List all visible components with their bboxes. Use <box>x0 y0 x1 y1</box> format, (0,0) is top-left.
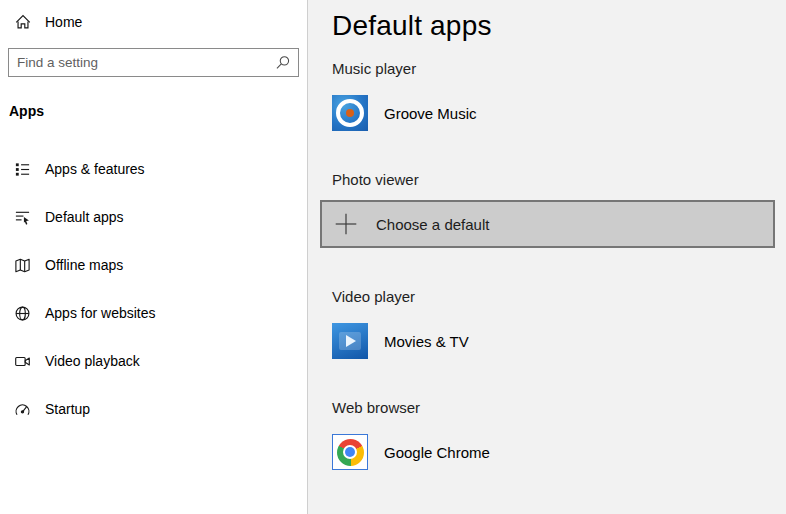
video-playback-icon <box>14 353 31 370</box>
apps-for-websites-icon <box>14 305 31 322</box>
startup-icon <box>14 401 31 418</box>
settings-window: Home Apps <box>0 0 786 514</box>
sidebar-item-label: Startup <box>45 401 90 417</box>
search-box[interactable] <box>8 48 299 77</box>
page-title: Default apps <box>332 10 774 42</box>
groove-music-icon <box>332 95 368 131</box>
sidebar-item-startup[interactable]: Startup <box>0 385 307 433</box>
search-input[interactable] <box>9 49 275 76</box>
app-name: Google Chrome <box>384 444 490 461</box>
category-label: Music player <box>332 60 774 77</box>
default-apps-page: Default apps Music player Groove Music P… <box>308 0 786 514</box>
sidebar-item-home[interactable]: Home <box>0 0 307 41</box>
sidebar-item-video-playback[interactable]: Video playback <box>0 337 307 385</box>
chrome-icon <box>332 434 368 470</box>
sidebar-item-label: Apps for websites <box>45 305 156 321</box>
sidebar-item-apps-features[interactable]: Apps & features <box>0 145 307 193</box>
default-app-web-browser[interactable]: Google Chrome <box>332 434 500 470</box>
sidebar-item-label: Apps & features <box>45 161 145 177</box>
sidebar: Home Apps <box>0 0 308 514</box>
home-icon <box>14 13 32 31</box>
offline-maps-icon <box>14 257 31 274</box>
category-label: Photo viewer <box>332 171 774 188</box>
sidebar-item-label: Offline maps <box>45 257 123 273</box>
app-name: Groove Music <box>384 105 477 122</box>
home-label: Home <box>45 14 82 30</box>
category-label: Web browser <box>332 399 774 416</box>
category-label: Video player <box>332 288 774 305</box>
default-apps-icon <box>14 209 31 226</box>
apps-features-icon <box>14 161 31 178</box>
search-icon[interactable] <box>275 55 291 71</box>
section-web-browser: Web browser Google Chrome <box>332 399 774 470</box>
sidebar-item-label: Video playback <box>45 353 140 369</box>
section-photo-viewer: Photo viewer Choose a default <box>332 171 774 248</box>
default-app-music-player[interactable]: Groove Music <box>332 95 487 131</box>
sidebar-item-label: Default apps <box>45 209 124 225</box>
sidebar-item-default-apps[interactable]: Default apps <box>0 193 307 241</box>
sidebar-nav: Apps & features Default apps <box>0 145 307 433</box>
section-music-player: Music player Groove Music <box>332 60 774 131</box>
sidebar-item-apps-for-websites[interactable]: Apps for websites <box>0 289 307 337</box>
sidebar-section-header: Apps <box>9 103 307 119</box>
sidebar-item-offline-maps[interactable]: Offline maps <box>0 241 307 289</box>
choose-default-label: Choose a default <box>376 216 489 233</box>
section-video-player: Video player Movies & TV <box>332 288 774 359</box>
movies-tv-icon <box>332 323 368 359</box>
plus-icon <box>333 211 359 237</box>
app-name: Movies & TV <box>384 333 469 350</box>
default-app-video-player[interactable]: Movies & TV <box>332 323 479 359</box>
choose-default-button[interactable]: Choose a default <box>320 200 775 248</box>
